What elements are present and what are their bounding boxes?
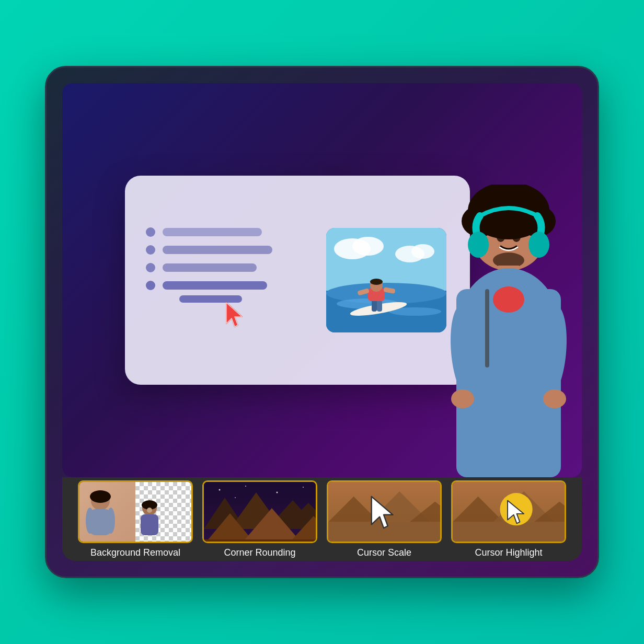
cursor-highlight-preview <box>453 482 565 542</box>
svg-rect-73 <box>453 522 565 542</box>
main-display <box>62 83 582 477</box>
svg-point-40 <box>90 490 111 503</box>
svg-point-31 <box>493 286 524 313</box>
cursor-overlay <box>224 301 308 333</box>
svg-marker-1 <box>226 303 242 327</box>
cursor-highlight-label: Cursor Highlight <box>475 547 542 558</box>
cursor-icon <box>224 301 249 331</box>
list-item-active <box>146 281 308 290</box>
list-dot <box>146 227 155 237</box>
feature-cursor-scale[interactable]: Cursor Scale <box>327 480 442 558</box>
svg-point-52 <box>303 487 304 488</box>
person-thumb-icon <box>82 489 119 542</box>
app-container: Background Removal <box>45 66 599 578</box>
svg-point-51 <box>277 491 278 493</box>
list-item <box>146 245 308 255</box>
svg-point-33 <box>528 232 549 258</box>
mic-icon <box>136 500 163 542</box>
background-removal-label: Background Removal <box>90 547 180 558</box>
list-bar <box>163 246 272 254</box>
svg-rect-61 <box>204 539 316 542</box>
feature-toolbar: Background Removal <box>62 477 582 561</box>
list-section <box>146 197 308 364</box>
bg-removal-preview <box>79 482 191 542</box>
mountain-scene-svg <box>204 482 316 542</box>
list-dot <box>146 263 155 272</box>
cursor-highlight-svg <box>453 480 565 543</box>
svg-point-53 <box>235 497 236 498</box>
list-bar-active <box>163 281 267 290</box>
svg-rect-46 <box>141 514 158 535</box>
list-item <box>146 227 308 237</box>
list-bar <box>163 263 257 272</box>
background-removal-thumbnail[interactable] <box>78 480 193 543</box>
cursor-scale-preview <box>328 482 440 542</box>
corner-rounding-preview <box>204 482 316 542</box>
svg-point-50 <box>245 486 246 487</box>
svg-point-49 <box>219 489 221 490</box>
cursor-scale-thumbnail[interactable] <box>327 480 442 543</box>
corner-rounding-thumbnail[interactable] <box>202 480 317 543</box>
list-item <box>146 263 308 272</box>
feature-background-removal[interactable]: Background Removal <box>78 480 193 558</box>
list-bar <box>163 228 262 236</box>
svg-point-26 <box>512 232 521 242</box>
svg-point-47 <box>147 508 152 513</box>
svg-point-4 <box>352 237 384 256</box>
svg-point-32 <box>468 232 489 258</box>
cursor-highlight-thumbnail[interactable] <box>451 480 566 543</box>
svg-rect-13 <box>377 300 382 312</box>
svg-point-18 <box>370 279 383 285</box>
feature-cursor-highlight[interactable]: Cursor Highlight <box>451 480 566 558</box>
person-svg <box>404 185 582 477</box>
cursor-scale-label: Cursor Scale <box>357 547 411 558</box>
corner-rounding-label: Corner Rounding <box>224 547 295 558</box>
svg-point-37 <box>451 389 474 408</box>
person-cutout <box>404 185 582 477</box>
cursor-scale-svg <box>328 480 440 543</box>
svg-point-38 <box>543 389 566 408</box>
feature-corner-rounding[interactable]: Corner Rounding <box>202 480 317 558</box>
list-dot <box>146 245 155 255</box>
svg-point-42 <box>86 508 94 534</box>
svg-point-25 <box>497 232 505 242</box>
svg-rect-34 <box>485 289 489 367</box>
list-dot-active <box>146 281 155 290</box>
svg-point-43 <box>107 508 115 534</box>
